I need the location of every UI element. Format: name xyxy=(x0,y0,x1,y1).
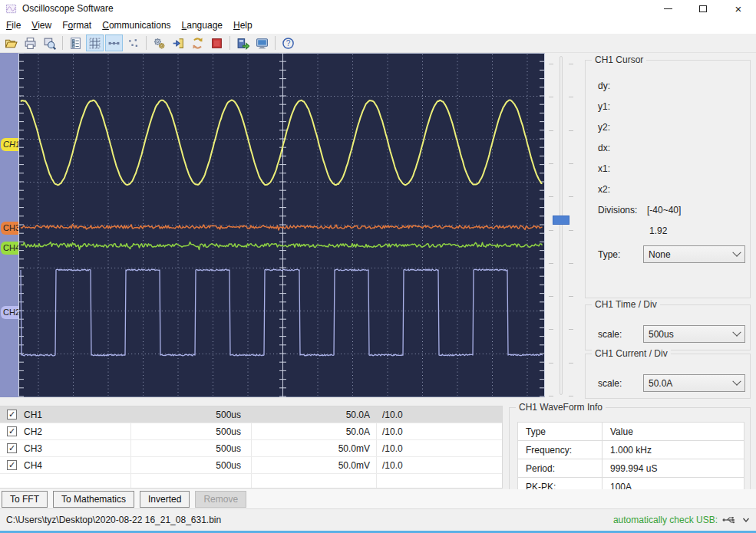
slider-tick xyxy=(569,396,573,396)
channel-table: ✓CH1500us50.0A/10.0✓CH2500us50.0A/10.0✓C… xyxy=(0,406,503,489)
menu-bar: FileViewFormatCommunicationsLanguageHelp xyxy=(0,17,756,34)
usb-icon xyxy=(722,515,738,525)
help-button[interactable]: ? xyxy=(279,35,297,51)
channel-checkbox-ch2[interactable]: ✓ xyxy=(7,426,17,436)
close-icon: × xyxy=(735,3,742,15)
info-row-label: Frequency: xyxy=(518,441,602,459)
print-preview-icon xyxy=(43,37,56,50)
channel-checkbox-ch3[interactable]: ✓ xyxy=(7,443,17,453)
slider-tick xyxy=(569,163,573,164)
dots-display-button[interactable] xyxy=(105,35,123,51)
connect-device-icon xyxy=(172,37,185,50)
cursor-type-select[interactable]: None xyxy=(643,245,745,263)
device-monitor-button[interactable] xyxy=(253,35,271,51)
cursor-field-x1: x1: xyxy=(598,163,610,174)
points-display-icon xyxy=(127,37,140,50)
stop-acquisition-icon xyxy=(210,37,223,50)
menu-item-view[interactable]: View xyxy=(26,18,57,32)
time-div-panel: CH1 Time / Div scale: 500us xyxy=(585,304,751,350)
device-monitor-icon xyxy=(256,37,269,50)
channel-row-ch1[interactable]: ✓CH1500us50.0A/10.0 xyxy=(0,406,502,423)
current-scale-select[interactable]: 50.0A xyxy=(643,374,745,392)
time-scale-select[interactable]: 500us xyxy=(643,325,745,343)
toolbar-separator xyxy=(146,36,147,50)
grid-display-button[interactable] xyxy=(86,35,104,51)
app-icon xyxy=(5,3,17,15)
chevron-down-icon[interactable] xyxy=(742,516,750,524)
minimize-button[interactable] xyxy=(650,0,685,17)
slider-tick xyxy=(549,296,553,297)
points-display-button[interactable] xyxy=(124,35,142,51)
toolbar-separator xyxy=(62,36,63,50)
waveform-info-table: TypeValueFrequency:1.000 kHzPeriod:999.9… xyxy=(517,422,744,500)
menu-item-file[interactable]: File xyxy=(1,18,26,32)
connect-device-button[interactable] xyxy=(170,35,187,51)
channel-row-ch3[interactable]: ✓CH3500us50.0mV/10.0 xyxy=(0,440,502,457)
channel-checkbox-ch4[interactable]: ✓ xyxy=(7,460,17,470)
slider-track[interactable] xyxy=(560,56,563,395)
channel-scale: 50.0A xyxy=(251,426,376,437)
divisions-label: Divisions: xyxy=(598,205,637,216)
slider-tick xyxy=(569,130,573,131)
channel-row-ch2[interactable]: ✓CH2500us50.0A/10.0 xyxy=(0,423,502,440)
slider-tick xyxy=(549,64,553,64)
channel-checkbox-ch1[interactable]: ✓ xyxy=(7,410,17,419)
to-mathematics-button[interactable]: To Mathematics xyxy=(53,491,134,508)
divisions-value: 1.92 xyxy=(649,225,667,236)
chevron-down-icon xyxy=(732,327,741,336)
window-title: Oscilloscope Software xyxy=(22,3,114,14)
chevron-down-icon xyxy=(732,377,741,385)
info-row-value: 999.994 uS xyxy=(602,459,744,478)
to-fft-button[interactable]: To FFT xyxy=(2,491,48,508)
channel-scale: 50.0A xyxy=(251,410,376,420)
export-data-button[interactable] xyxy=(234,35,252,51)
cursor-type-label: Type: xyxy=(598,249,620,260)
menu-item-language[interactable]: Language xyxy=(177,18,228,32)
stop-acquisition-button[interactable] xyxy=(208,35,226,51)
channel-timebase: 500us xyxy=(130,410,251,420)
menu-item-format[interactable]: Format xyxy=(57,18,97,32)
channel-name: CH1 xyxy=(24,410,42,420)
settings-gears-icon xyxy=(153,37,166,50)
close-button[interactable]: × xyxy=(721,0,756,17)
slider-tick xyxy=(549,329,553,330)
slider-tick xyxy=(569,64,573,64)
open-file-button[interactable] xyxy=(2,35,20,51)
chevron-down-icon xyxy=(732,248,741,256)
time-scale-label: scale: xyxy=(598,329,622,340)
channel-scale: 50.0mV xyxy=(251,460,376,471)
slider-tick xyxy=(569,329,573,330)
grid-display-icon xyxy=(88,37,101,50)
time-scale-value: 500us xyxy=(649,329,734,340)
print-button[interactable] xyxy=(21,35,39,51)
channel-probe-ratio: /10.0 xyxy=(376,443,502,454)
refresh-data-icon xyxy=(191,37,204,50)
inverted-button[interactable]: Inverted xyxy=(140,491,190,508)
cursor-field-y1: y1: xyxy=(598,101,610,112)
current-scale-label: scale: xyxy=(598,378,622,389)
channel-list-button[interactable] xyxy=(67,35,84,51)
settings-gears-button[interactable] xyxy=(150,35,168,51)
slider-handle[interactable] xyxy=(553,216,569,225)
menu-item-help[interactable]: Help xyxy=(228,18,258,32)
channel-probe-ratio: /10.0 xyxy=(376,426,502,437)
cursor-panel-title: CH1 Cursor xyxy=(592,54,646,65)
time-div-title: CH1 Time / Div xyxy=(592,299,660,310)
refresh-data-button[interactable] xyxy=(189,35,206,51)
info-header-type: Type xyxy=(518,423,602,441)
print-preview-button[interactable] xyxy=(41,35,58,51)
channel-timebase: 500us xyxy=(130,460,251,471)
export-data-icon xyxy=(236,37,249,50)
channel-timebase: 500us xyxy=(130,443,251,454)
trace-ch4 xyxy=(21,242,543,249)
channel-list-icon xyxy=(69,37,82,50)
maximize-button[interactable] xyxy=(685,0,721,17)
menu-item-communications[interactable]: Communications xyxy=(97,18,176,32)
channel-probe-ratio: /10.0 xyxy=(376,460,502,471)
channel-row-ch4[interactable]: ✓CH4500us50.0mV/10.0 xyxy=(0,457,502,474)
title-bar: Oscilloscope Software × xyxy=(0,0,756,17)
slider-tick xyxy=(569,296,573,297)
cursor-type-value: None xyxy=(649,249,734,260)
action-button-row: To FFTTo MathematicsInvertedRemove xyxy=(0,489,756,508)
cursor-panel: CH1 Cursor dy:y1:y2:dx:x1:x2: Divisions:… xyxy=(585,60,751,298)
